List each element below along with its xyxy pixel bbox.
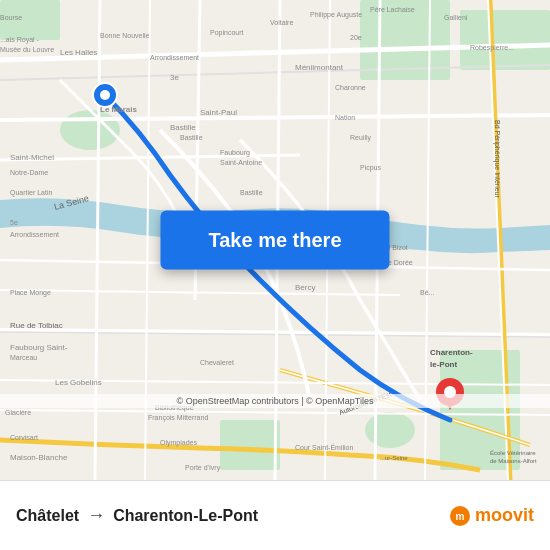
svg-text:Musée du Louvre: Musée du Louvre [0,46,54,53]
svg-text:Picpus: Picpus [360,164,382,172]
svg-text:Rue de Tolbiac: Rue de Tolbiac [10,321,63,330]
svg-text:Popincourt: Popincourt [210,29,244,37]
route-destination: Charenton-Le-Pont [113,507,258,525]
svg-text:Bastille: Bastille [240,189,263,196]
svg-text:Saint-Michel: Saint-Michel [10,153,54,162]
svg-text:Faubourg: Faubourg [220,149,250,157]
svg-text:Chevaleret: Chevaleret [200,359,234,366]
svg-text:Bercy: Bercy [295,283,315,292]
svg-text:Nation: Nation [335,114,355,121]
route-origin: Châtelet [16,507,79,525]
svg-text:Bourse: Bourse [0,14,22,21]
moovit-icon: m [449,505,471,527]
svg-text:Olympiades: Olympiades [160,439,197,447]
svg-text:Porte d'Ivry: Porte d'Ivry [185,464,221,472]
svg-text:Charonne: Charonne [335,84,366,91]
svg-text:Ménilmontant: Ménilmontant [295,63,344,72]
svg-text:5e: 5e [10,219,18,226]
svg-text:École Vétérinaire: École Vétérinaire [490,450,536,456]
svg-text:Robespierre...: Robespierre... [470,44,514,52]
svg-text:...ur-Seine: ...ur-Seine [380,455,408,461]
svg-text:Charenton-: Charenton- [430,348,473,357]
moovit-logo: m moovit [449,505,534,527]
svg-text:Marceau: Marceau [10,354,37,361]
svg-text:Saint-Paul: Saint-Paul [200,108,237,117]
svg-text:Saint-Antoine: Saint-Antoine [220,159,262,166]
svg-text:Bastille: Bastille [180,134,203,141]
map-container: La Seine Rue de Tolbiac Bd Périphérique … [0,0,550,480]
svg-text:...ais Royal -: ...ais Royal - [0,36,40,44]
svg-text:Bé...: Bé... [420,289,434,296]
svg-text:Corvisart: Corvisart [10,434,38,441]
svg-text:Philippe Auguste: Philippe Auguste [310,11,362,19]
svg-text:Maison-Blanche: Maison-Blanche [10,453,68,462]
svg-text:20e: 20e [350,34,362,41]
route-info: Châtelet → Charenton-Le-Pont [16,505,258,526]
svg-text:Voltaire: Voltaire [270,19,293,26]
svg-text:Arrondissement: Arrondissement [150,54,199,61]
svg-text:Bastille: Bastille [170,123,196,132]
svg-text:Faubourg Saint-: Faubourg Saint- [10,343,68,352]
svg-text:Notre-Dame: Notre-Dame [10,169,48,176]
svg-text:Glacière: Glacière [5,409,31,416]
svg-text:Les Halles: Les Halles [60,48,97,57]
svg-text:Père Lachaise: Père Lachaise [370,6,415,13]
svg-text:m: m [456,511,465,522]
svg-rect-5 [220,420,280,470]
svg-text:Bonne Nouvelle: Bonne Nouvelle [100,32,150,39]
svg-point-28 [100,90,110,100]
svg-text:Cour Saint-Émilion: Cour Saint-Émilion [295,443,353,451]
svg-text:Quartier Latin: Quartier Latin [10,189,53,197]
moovit-brand-name: moovit [475,505,534,526]
svg-text:le-Pont: le-Pont [430,360,457,369]
svg-text:Les Gobelins: Les Gobelins [55,378,102,387]
svg-text:Bd Périphérique Intérieur: Bd Périphérique Intérieur [493,120,501,198]
take-me-there-button[interactable]: Take me there [160,211,389,270]
svg-text:de Maisons-Alfort: de Maisons-Alfort [490,458,537,464]
svg-text:Place Monge: Place Monge [10,289,51,297]
svg-rect-2 [460,10,550,70]
bottom-bar: Châtelet → Charenton-Le-Pont m moovit [0,480,550,550]
svg-text:Le Marais: Le Marais [100,105,137,114]
svg-text:Arrondissement: Arrondissement [10,231,59,238]
svg-point-7 [365,412,415,448]
svg-text:Reuilly: Reuilly [350,134,372,142]
svg-text:3e: 3e [170,73,179,82]
svg-text:Gallieni: Gallieni [444,14,468,21]
route-arrow: → [87,505,105,526]
svg-text:François Mitterrand: François Mitterrand [148,414,208,422]
map-attribution: © OpenStreetMap contributors | © OpenMap… [0,394,550,408]
